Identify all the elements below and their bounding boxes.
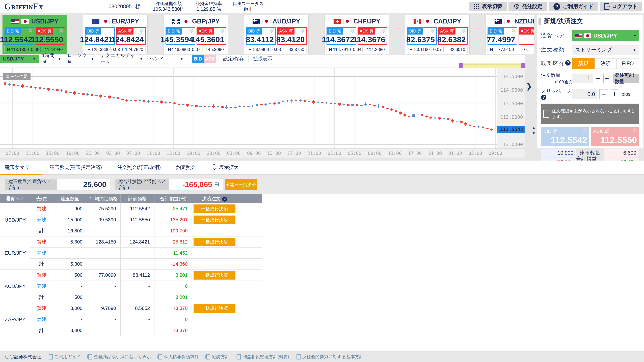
footer-link[interactable]: 勧誘方針 bbox=[206, 354, 230, 360]
ask-chip: ASK 買 bbox=[438, 28, 456, 34]
candle-body bbox=[121, 99, 124, 100]
candle-body bbox=[330, 103, 332, 104]
tile-ask-button[interactable]: ASK 買145.3601 bbox=[196, 27, 226, 45]
help-icon[interactable]: ? bbox=[222, 197, 227, 202]
currency-tile-usd-jpy[interactable]: USD/JPYBID 売112.5542ASK 買112.5550H113.13… bbox=[2, 15, 67, 54]
quantity-minus-button[interactable]: − bbox=[595, 73, 602, 83]
close-all-positions-button[interactable]: 全建玉一括決済 bbox=[225, 179, 256, 190]
tile-bid-button[interactable]: BID 売83.4112 bbox=[246, 27, 276, 45]
ask-chip: ASK 買 bbox=[116, 28, 134, 34]
help-icon[interactable]: ? bbox=[565, 60, 570, 65]
tab-4[interactable]: 約定照会 bbox=[168, 161, 204, 174]
bulk-settle-button[interactable]: 一括成行決済 bbox=[194, 304, 236, 313]
currency-tile-nzd-jpy[interactable]: NZD/JPYBID 売77.4997ASK 買H77.91500.L bbox=[486, 15, 534, 54]
qty-cell: 3,000 bbox=[53, 325, 87, 336]
consent-checkbox[interactable] bbox=[543, 110, 550, 118]
bid-toggle[interactable]: BID bbox=[192, 55, 204, 63]
tile-pair-name: NZD/JPY bbox=[514, 18, 534, 25]
pair-dropdown[interactable]: USD/JPY ▼ bbox=[572, 30, 639, 41]
spread-value: 0.08 bbox=[272, 47, 281, 52]
save-settings-button[interactable]: 設定/保存 bbox=[219, 55, 248, 63]
tile-ask-button[interactable]: ASK 買82.6382 bbox=[438, 27, 468, 45]
guide-button[interactable]: ?ご利用ガイド bbox=[549, 2, 598, 11]
candle-body bbox=[8, 84, 11, 85]
candle-body bbox=[434, 117, 436, 118]
tile-bid-button[interactable]: BID 売124.8421 bbox=[85, 27, 115, 45]
tile-ask-button[interactable]: ASK 買83.4120 bbox=[277, 27, 307, 45]
slippage-plus-button[interactable]: + bbox=[610, 89, 619, 99]
sell-bid-button[interactable]: BID 売 112.5542 bbox=[541, 127, 589, 146]
ask-price: 112.5550 bbox=[31, 35, 63, 44]
tab-2[interactable]: 建玉照会(建玉指定決済) bbox=[42, 161, 110, 174]
tile-bid-button[interactable]: BID 売145.3594 bbox=[166, 27, 195, 45]
low-value: 124.7820 bbox=[125, 47, 143, 52]
panel-collapse-chevron-icon[interactable] bbox=[526, 82, 535, 91]
buy-ask-button[interactable]: ASK 買 112.5550 bbox=[591, 127, 639, 146]
slippage-input[interactable]: 0.0 bbox=[572, 89, 598, 99]
tab-1[interactable]: 建玉サマリー bbox=[0, 161, 42, 174]
slippage-minus-button[interactable]: − bbox=[600, 89, 608, 99]
low-value: 83.3750 bbox=[288, 47, 304, 52]
qty-cell: - bbox=[53, 281, 87, 292]
bulk-settle-button[interactable]: 一括成行決済 bbox=[194, 271, 236, 280]
footer-link[interactable]: 金融商品取引法に基づく表示 bbox=[88, 354, 151, 360]
tool-select[interactable]: ハンド ▼ bbox=[146, 55, 186, 63]
currency-tile-gbp-jpy[interactable]: GBP/JPYBID 売145.3594ASK 買145.3601H146.08… bbox=[164, 15, 228, 54]
tile-high-low: H83.99000.08L83.3750 bbox=[246, 46, 306, 53]
confirm-skip-consent[interactable]: 注文確認画面が表示されないことに同意します。 bbox=[541, 104, 639, 124]
bulk-settle-button[interactable]: 一括成行決済 bbox=[194, 216, 236, 224]
footer-link[interactable]: 個人情報保護方針 bbox=[158, 354, 199, 360]
navigator-window[interactable] bbox=[463, 63, 521, 68]
order-settings-button[interactable]: ⚙発注設定 bbox=[508, 2, 547, 11]
chevron-down-icon: ▼ bbox=[633, 48, 636, 52]
grid-line-vertical bbox=[113, 68, 113, 148]
candle-body bbox=[486, 128, 488, 129]
tile-ask-button[interactable]: ASK 買 bbox=[518, 27, 534, 45]
logout-button[interactable]: ログアウト bbox=[600, 2, 642, 11]
footer-link[interactable]: 反社会的勢力に対する基本方針 bbox=[296, 354, 364, 360]
chart-type-select[interactable]: ローソク足 ▼ bbox=[64, 55, 97, 63]
chart-plot-area[interactable] bbox=[0, 68, 497, 148]
table-row: 売建---0 bbox=[0, 281, 262, 292]
timeframe-select[interactable]: 1時間足 ▼ bbox=[39, 55, 64, 63]
tile-ask-button[interactable]: ASK 買124.8424 bbox=[116, 27, 146, 45]
currency-tile-aud-jpy[interactable]: AUD/JPYBID 売83.4112ASK 買83.4120H83.99000… bbox=[244, 15, 308, 54]
candle-body bbox=[347, 104, 350, 106]
tile-ask-button[interactable]: ASK 買114.3676 bbox=[358, 27, 387, 45]
bulk-settle-button[interactable]: 一括成行決済 bbox=[194, 238, 236, 246]
eval-price-cell: - bbox=[120, 314, 154, 325]
help-icon[interactable]: ? bbox=[541, 95, 546, 100]
tile-high-low: H113.13000.08L112.4940 bbox=[4, 46, 65, 53]
footer-link[interactable]: 利益相反管理方針(概要) bbox=[237, 354, 289, 360]
order-type-dropdown[interactable]: ストリーミング ▼ bbox=[572, 44, 639, 55]
ask-toggle[interactable]: ASK bbox=[204, 55, 216, 63]
tile-bid-button[interactable]: BID 売77.4997 bbox=[488, 27, 517, 45]
expand-table-button[interactable]: 表示拡大 bbox=[212, 163, 239, 172]
currency-tile-chf-jpy[interactable]: CHF/JPYBID 売114.3672ASK 買114.3676H114.79… bbox=[324, 15, 389, 54]
avg-price-cell: 99.5390 bbox=[87, 214, 120, 225]
bulk-settle-button[interactable]: 一括成行決済 bbox=[194, 204, 236, 213]
tile-bid-button[interactable]: BID 売82.6375 bbox=[407, 27, 437, 45]
currency-tile-cad-jpy[interactable]: CAD/JPYBID 売82.6375ASK 買82.6382H83.11600… bbox=[405, 15, 470, 54]
category-FIFO-button[interactable]: FIFO bbox=[617, 58, 639, 69]
view-toggle-button[interactable]: 表示切替 bbox=[469, 2, 507, 11]
technical-select[interactable]: テクニカルチャート ▼ bbox=[97, 55, 146, 63]
tab-3[interactable]: 注文照会(訂正/取消) bbox=[110, 161, 168, 174]
navigator-left-handle[interactable] bbox=[459, 63, 463, 68]
quantity-input[interactable]: 1 bbox=[572, 73, 593, 83]
footer-link[interactable]: ご利用ガイド bbox=[49, 354, 81, 360]
category-決済-button[interactable]: 決済 bbox=[594, 58, 617, 69]
tile-ask-button[interactable]: ASK 買112.5550 bbox=[36, 27, 65, 45]
tile-bid-button[interactable]: BID 売112.5542 bbox=[4, 27, 34, 45]
quantity-plus-button[interactable]: + bbox=[604, 73, 610, 83]
chart-pair-select[interactable]: USD/JPY ▼ bbox=[0, 55, 39, 63]
chart-navigator[interactable] bbox=[0, 63, 525, 68]
navigator-right-handle[interactable] bbox=[521, 63, 525, 68]
currency-tile-eur-jpy[interactable]: EUR/JPYBID 売124.8421ASK 買124.8424H125.38… bbox=[83, 15, 148, 54]
category-新規-button[interactable]: 新規 bbox=[572, 58, 594, 69]
available-quantity-button[interactable]: 発注可能数量 bbox=[613, 73, 639, 83]
bid-price: 77.4997 bbox=[487, 35, 515, 44]
divider bbox=[533, 47, 533, 52]
tile-bid-button[interactable]: BID 売114.3672 bbox=[326, 27, 356, 45]
expand-view-button[interactable]: 拡張表示 bbox=[248, 55, 277, 63]
